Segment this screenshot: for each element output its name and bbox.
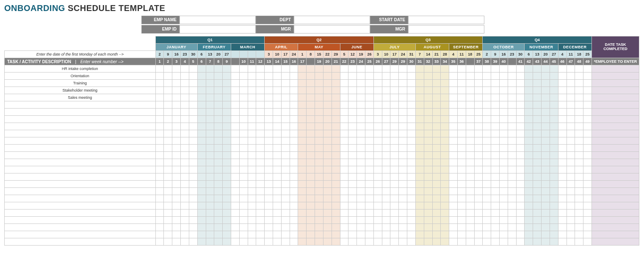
date-completed-cell[interactable]	[591, 181, 639, 188]
first-monday-cell[interactable]: 13	[533, 51, 542, 58]
week-cell[interactable]	[491, 195, 500, 202]
week-cell[interactable]	[508, 87, 516, 94]
task-description-cell[interactable]	[5, 109, 156, 116]
week-cell[interactable]	[407, 159, 416, 166]
week-cell[interactable]	[575, 217, 583, 224]
week-cell[interactable]	[533, 137, 542, 145]
week-cell[interactable]	[214, 231, 223, 238]
week-cell[interactable]	[373, 73, 382, 80]
week-cell[interactable]	[542, 202, 550, 210]
week-cell[interactable]	[542, 224, 550, 231]
week-cell[interactable]	[424, 109, 432, 116]
week-cell[interactable]	[407, 173, 416, 181]
week-cell[interactable]	[189, 101, 197, 109]
week-cell[interactable]	[323, 109, 332, 116]
week-cell[interactable]	[483, 94, 491, 101]
week-cell[interactable]	[307, 109, 315, 116]
week-cell[interactable]	[265, 173, 273, 181]
week-cell[interactable]	[491, 94, 500, 101]
week-cell[interactable]	[315, 152, 323, 159]
week-cell[interactable]	[407, 94, 416, 101]
week-cell[interactable]	[533, 145, 542, 152]
week-cell[interactable]	[382, 137, 390, 145]
week-cell[interactable]	[164, 137, 172, 145]
week-cell[interactable]	[365, 87, 373, 94]
week-cell[interactable]	[298, 181, 307, 188]
week-cell[interactable]	[323, 123, 332, 130]
week-cell[interactable]	[239, 188, 248, 195]
week-cell[interactable]	[516, 210, 525, 217]
task-description-cell[interactable]: Stakeholder meeting	[5, 87, 156, 94]
week-cell[interactable]	[248, 109, 256, 116]
week-cell[interactable]	[290, 87, 298, 94]
week-cell[interactable]	[424, 145, 432, 152]
week-cell[interactable]	[500, 101, 508, 109]
week-cell[interactable]	[348, 202, 357, 210]
week-cell[interactable]	[441, 181, 449, 188]
week-cell[interactable]	[164, 87, 172, 94]
week-cell[interactable]	[457, 231, 466, 238]
week-cell[interactable]	[533, 181, 542, 188]
week-cell[interactable]	[567, 210, 575, 217]
week-cell[interactable]	[525, 73, 533, 80]
week-cell[interactable]	[457, 217, 466, 224]
week-cell[interactable]	[239, 116, 248, 123]
week-cell[interactable]	[315, 195, 323, 202]
week-cell[interactable]	[466, 231, 474, 238]
week-cell[interactable]	[348, 87, 357, 94]
week-cell[interactable]	[466, 145, 474, 152]
week-cell[interactable]	[533, 238, 542, 246]
week-cell[interactable]	[365, 202, 373, 210]
week-cell[interactable]	[399, 65, 407, 73]
week-cell[interactable]	[415, 217, 424, 224]
week-cell[interactable]	[248, 173, 256, 181]
week-cell[interactable]	[231, 152, 239, 159]
week-cell[interactable]	[500, 116, 508, 123]
week-cell[interactable]	[197, 231, 206, 238]
week-cell[interactable]	[248, 137, 256, 145]
week-cell[interactable]	[399, 73, 407, 80]
week-cell[interactable]	[197, 73, 206, 80]
week-number-cell[interactable]: 13	[265, 58, 273, 65]
week-cell[interactable]	[567, 123, 575, 130]
week-cell[interactable]	[373, 217, 382, 224]
week-cell[interactable]	[265, 101, 273, 109]
week-cell[interactable]	[155, 173, 164, 181]
week-cell[interactable]	[155, 231, 164, 238]
week-cell[interactable]	[474, 65, 483, 73]
week-number-cell[interactable]: 2	[164, 58, 172, 65]
week-number-cell[interactable]: 29	[390, 58, 399, 65]
week-cell[interactable]	[516, 116, 525, 123]
week-cell[interactable]	[500, 202, 508, 210]
week-number-cell[interactable]: 49	[583, 58, 592, 65]
week-cell[interactable]	[567, 145, 575, 152]
week-cell[interactable]	[181, 94, 189, 101]
week-cell[interactable]	[474, 94, 483, 101]
week-cell[interactable]	[373, 152, 382, 159]
week-cell[interactable]	[239, 152, 248, 159]
week-cell[interactable]	[449, 87, 458, 94]
week-cell[interactable]	[256, 181, 265, 188]
week-cell[interactable]	[298, 116, 307, 123]
week-cell[interactable]	[575, 166, 583, 173]
week-cell[interactable]	[432, 80, 441, 87]
week-cell[interactable]	[525, 130, 533, 137]
week-cell[interactable]	[323, 130, 332, 137]
week-cell[interactable]	[399, 80, 407, 87]
week-cell[interactable]	[550, 145, 558, 152]
week-cell[interactable]	[290, 202, 298, 210]
week-cell[interactable]	[424, 217, 432, 224]
week-cell[interactable]	[290, 188, 298, 195]
week-cell[interactable]	[525, 116, 533, 123]
week-cell[interactable]	[256, 73, 265, 80]
week-cell[interactable]	[500, 195, 508, 202]
week-cell[interactable]	[542, 188, 550, 195]
week-cell[interactable]	[348, 231, 357, 238]
week-cell[interactable]	[348, 217, 357, 224]
week-cell[interactable]	[348, 166, 357, 173]
first-monday-cell[interactable]: 10	[273, 51, 282, 58]
week-cell[interactable]	[172, 217, 181, 224]
week-cell[interactable]	[307, 73, 315, 80]
week-cell[interactable]	[248, 87, 256, 94]
week-cell[interactable]	[415, 94, 424, 101]
